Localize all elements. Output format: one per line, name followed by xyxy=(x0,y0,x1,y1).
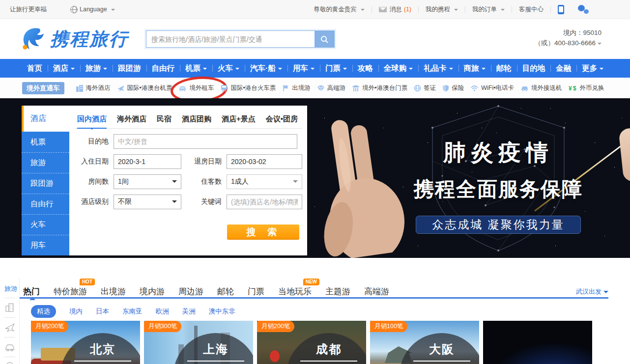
nav-label: 酒店 xyxy=(53,63,68,74)
nav-item-cruises[interactable]: 邮轮 xyxy=(491,59,517,78)
rail-travel-label[interactable]: 旅游 xyxy=(4,284,19,293)
quicknav-item-intl-train-tickets[interactable]: 国际•港台火车票 xyxy=(220,84,276,92)
nav-item-group-tours[interactable]: 跟团游 xyxy=(113,59,146,78)
language-selector[interactable]: Language xyxy=(63,6,122,13)
tab-domestic[interactable]: 境内游 xyxy=(140,286,165,297)
tab-meeting-rooms[interactable]: 会议•团房 xyxy=(266,114,298,124)
checkin-input[interactable] xyxy=(114,154,181,169)
nav-item-hotels[interactable]: 酒店 xyxy=(48,59,80,78)
filter-domestic[interactable]: 境内 xyxy=(69,307,83,316)
city-card-shanghai[interactable]: 月销300笔 上海 xyxy=(144,321,253,364)
tab-domestic-hotels[interactable]: 国内酒店 xyxy=(77,114,107,124)
quicknav-item-intl-flights[interactable]: 国际•港澳台机票 xyxy=(117,84,172,92)
quicknav-item-overseas-hotels[interactable]: 海外酒店 xyxy=(76,84,111,92)
sidebar-item-flights[interactable]: 机票 xyxy=(22,132,69,152)
filter-featured[interactable]: 精选 xyxy=(31,305,56,318)
quicknav-item-airport-transfer[interactable]: 境外接送机 xyxy=(520,84,562,92)
nav-item-finance[interactable]: 金融 xyxy=(550,59,576,78)
city-card-beijing[interactable]: 月销200笔 北京 xyxy=(31,321,140,364)
destination-input[interactable] xyxy=(114,134,297,149)
tab-outbound[interactable]: 出境游 xyxy=(101,286,126,297)
sidebar-item-hotel[interactable]: 酒店 xyxy=(22,106,69,132)
quicknav-item-luxury-tours[interactable]: 高端游 xyxy=(317,84,346,92)
nav-label: 金融 xyxy=(556,63,571,74)
nav-item-travel[interactable]: 旅游 xyxy=(80,59,113,78)
nav-item-independent-travel[interactable]: 自由行 xyxy=(146,59,180,78)
nav-item-gift-cards[interactable]: 礼品卡 xyxy=(418,59,458,78)
nav-item-global-shopping[interactable]: 全球购 xyxy=(378,59,419,78)
tab-theme-tours[interactable]: 主题游 xyxy=(325,286,350,297)
hotel-level-select[interactable]: 不限 xyxy=(114,195,181,209)
service-center-link[interactable]: 客服中心 xyxy=(512,5,550,14)
sidebar-item-car[interactable]: 用车 xyxy=(22,235,69,255)
tab-hotel-attraction[interactable]: 酒店+景点 xyxy=(222,114,256,124)
sidebar-item-group-tours[interactable]: 跟团游 xyxy=(22,173,69,194)
plane-icon[interactable] xyxy=(4,322,15,333)
search-input[interactable] xyxy=(146,31,315,47)
rooms-select[interactable]: 1间 xyxy=(114,174,181,189)
filter-southeast-asia[interactable]: 东南亚 xyxy=(122,307,143,316)
nav-item-car-service[interactable]: 用车 xyxy=(287,59,320,78)
checkout-label: 退房日期 xyxy=(188,157,222,166)
sidebar-item-independent[interactable]: 自由行 xyxy=(22,194,69,214)
nav-item-trains[interactable]: 火车 xyxy=(212,59,245,78)
mobile-app-button[interactable] xyxy=(551,5,571,14)
messages-link[interactable]: 消息 (1) xyxy=(372,5,418,14)
checkout-input[interactable] xyxy=(227,154,302,169)
quicknav-item-wifi-sim[interactable]: WiFi•电话卡 xyxy=(470,84,514,92)
tab-tickets[interactable]: 门票 xyxy=(248,286,264,297)
tab-local-fun[interactable]: 当地玩乐 NEW xyxy=(278,286,312,297)
phone-icon xyxy=(558,5,564,14)
filter-europe[interactable]: 欧洲 xyxy=(156,307,169,316)
car-icon[interactable] xyxy=(4,341,15,352)
overseas-express-badge[interactable]: 境外直通车 xyxy=(22,82,64,94)
quicknav-item-currency-exchange[interactable]: ¥ $ 外币兑换 xyxy=(569,84,604,92)
tab-hotel-deals[interactable]: 酒店团购 xyxy=(182,114,211,124)
tab-homestay[interactable]: 民宿 xyxy=(157,114,172,124)
my-orders-menu[interactable]: 我的订单 xyxy=(465,5,512,14)
hotel-search-button[interactable]: 搜 索 xyxy=(227,224,299,240)
tab-luxury-tours[interactable]: 高端游 xyxy=(364,286,389,297)
quicknav-item-overseas-car-rental[interactable]: 境外租车 xyxy=(178,84,214,92)
tab-nearby[interactable]: 周边游 xyxy=(178,286,203,297)
vip-menu[interactable]: 尊敬的黄金贵宾 xyxy=(307,5,372,14)
sidebar-item-trains[interactable]: 火车 xyxy=(22,214,69,235)
nav-item-guides[interactable]: 攻略 xyxy=(352,59,378,78)
service-phone-block[interactable]: 境内：95010 （或）400-830-6666 xyxy=(534,28,601,48)
sidebar-item-travel[interactable]: 旅游 xyxy=(22,152,69,173)
nav-item-tickets[interactable]: 门票 xyxy=(320,59,352,78)
filter-americas[interactable]: 美洲 xyxy=(182,307,196,316)
hotel-building-icon[interactable] xyxy=(4,302,15,313)
nav-item-flights[interactable]: 机票 xyxy=(180,59,212,78)
city-card-chengdu[interactable]: 月销200笔 成都 xyxy=(257,321,366,364)
train-icon[interactable] xyxy=(4,361,15,364)
quicknav-label: 海外酒店 xyxy=(86,84,111,92)
filter-japan[interactable]: 日本 xyxy=(96,307,109,316)
rooms-guests-row: 房间数 1间 住客数 1成人 xyxy=(75,174,302,189)
city-card-night[interactable] xyxy=(483,321,592,364)
filter-aus-mideast-africa[interactable]: 澳中东非 xyxy=(209,307,235,316)
tab-label: 会议•团房 xyxy=(266,114,298,123)
nav-item-home[interactable]: 首页 xyxy=(22,59,48,78)
nav-item-bus-ship[interactable]: 汽车·船 xyxy=(245,59,287,78)
city-card-osaka[interactable]: 月销100笔 大阪 xyxy=(370,321,479,364)
quicknav-item-insurance[interactable]: 保险 xyxy=(442,84,464,92)
search-button[interactable] xyxy=(315,31,334,47)
nav-item-more[interactable]: 更多 xyxy=(576,59,609,78)
quicknav-item-overseas-attraction-tickets[interactable]: 境外•港澳台门票 xyxy=(352,84,407,92)
tab-special-deals[interactable]: 特价旅游 HOT xyxy=(54,286,87,297)
ctrip-logo[interactable]: 携程旅行 xyxy=(20,26,129,53)
top-utility-bar: 让旅行更幸福 Language 尊敬的黄金贵宾 消息 (1) 我的携程 我的订单 xyxy=(0,0,630,19)
tab-cruises[interactable]: 邮轮 xyxy=(217,286,234,297)
quicknav-item-outbound-tours[interactable]: 出境游 xyxy=(282,84,311,92)
nav-item-destinations[interactable]: 目的地 xyxy=(517,59,551,78)
departure-city-selector[interactable]: 武汉出发 xyxy=(576,287,608,296)
my-ctrip-menu[interactable]: 我的携程 xyxy=(419,5,465,14)
keyword-input[interactable] xyxy=(227,195,302,209)
nav-label: 门票 xyxy=(325,63,341,74)
wechat-button[interactable] xyxy=(571,5,596,14)
nav-item-business-travel[interactable]: 商旅 xyxy=(458,59,491,78)
quicknav-item-visa[interactable]: 签证 xyxy=(414,84,436,92)
guests-select[interactable]: 1成人 xyxy=(227,174,302,189)
tab-overseas-hotels[interactable]: 海外酒店 xyxy=(117,114,146,124)
